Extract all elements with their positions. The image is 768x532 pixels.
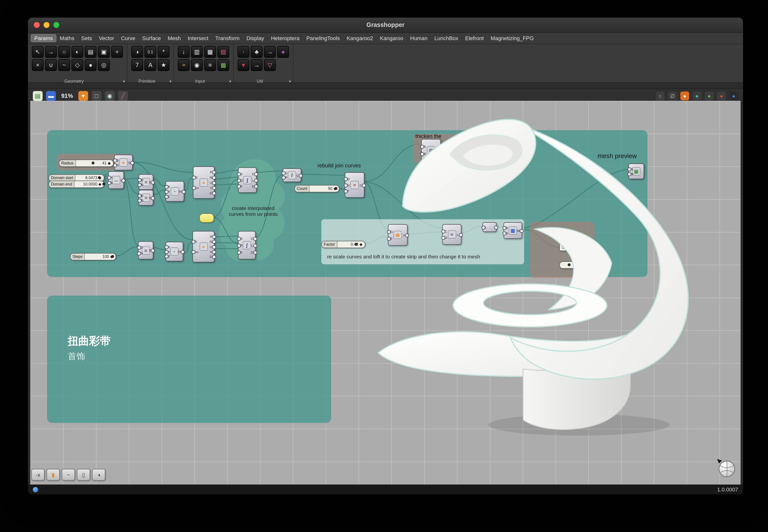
swatch-color[interactable] — [577, 244, 591, 251]
evaluate-surface-top[interactable]: ●SuvPNUVD — [193, 166, 215, 199]
boolean-toggle[interactable] — [200, 213, 214, 223]
count-slider[interactable]: Count90 ◆ — [294, 185, 339, 192]
preview-custom-blue-button[interactable]: ● — [729, 92, 738, 100]
sketch-tool-button[interactable]: ╱ — [118, 91, 128, 101]
list-icon[interactable]: ≡ — [204, 59, 216, 71]
menu-magnetizing_fpg[interactable]: Magnetizing_FPG — [487, 34, 537, 42]
radius-slider[interactable]: Radius41 ◆ — [59, 160, 114, 167]
rebuild-curve-component[interactable]: ≈DNTC — [345, 172, 364, 198]
menu-intersect[interactable]: Intersect — [184, 34, 212, 42]
curve-icon[interactable]: ~ — [58, 59, 70, 71]
select-icon[interactable]: ↖ — [32, 46, 44, 58]
menu-curve[interactable]: Curve — [117, 34, 139, 42]
scale-slider[interactable]: 0.596 ◆ — [559, 261, 591, 269]
calendar-icon[interactable]: ▦ — [204, 46, 216, 58]
export-icon[interactable]: → — [251, 59, 263, 71]
flask-icon[interactable]: ▽ — [264, 59, 276, 71]
range-component-1[interactable]: ≡DNS — [138, 174, 153, 190]
colour-swatch[interactable]: Swatch — [559, 244, 593, 251]
divide-component-bottom[interactable]: ≡DNS — [138, 241, 153, 259]
preview-shaded-button[interactable]: ● — [680, 92, 689, 100]
menu-params[interactable]: Params — [31, 34, 56, 42]
construct-point-bottom[interactable]: ·XYZPt — [165, 242, 183, 261]
steps-slider[interactable]: Steps100 ◆ — [70, 253, 116, 260]
close-button[interactable] — [34, 22, 40, 28]
dial-widget-button[interactable]: ◑ — [92, 469, 105, 481]
preview-custom-red-button[interactable]: ● — [717, 92, 726, 100]
group-menu-arrow-icon[interactable]: ▾ — [169, 79, 171, 84]
knob-icon[interactable]: ◉ — [191, 59, 203, 71]
graph-widget-button[interactable]: ~ — [62, 469, 75, 481]
dot-icon[interactable]: ∙ — [238, 46, 249, 58]
slider-widget-button[interactable]: -x — [31, 469, 45, 481]
shaded-disc-icon[interactable]: ◐ — [71, 46, 83, 58]
tree-icon[interactable]: ♣ — [251, 46, 263, 58]
menu-heteroptera[interactable]: Heteroptera — [268, 34, 303, 42]
mesh-component[interactable]: ▦BSM — [503, 222, 522, 239]
group-menu-arrow-icon[interactable]: ▾ — [289, 79, 291, 84]
factor-slider[interactable]: Factor0.48 ◆ — [321, 241, 365, 248]
construct-domain-component[interactable]: ↔ABI — [108, 171, 124, 189]
vector-icon[interactable]: → — [45, 46, 57, 58]
graph-mapper-icon[interactable]: ≈ — [178, 59, 189, 71]
group-menu-arrow-icon[interactable]: ▾ — [123, 79, 125, 84]
sphere-icon[interactable]: ● — [85, 59, 96, 71]
shell-icon[interactable]: ◎ — [98, 59, 110, 71]
button-widget-button[interactable]: ▮ — [46, 469, 60, 481]
star-icon[interactable]: ★ — [158, 59, 169, 71]
swatch-icon[interactable]: ▩ — [218, 59, 229, 71]
zoom-level[interactable]: 91% — [59, 93, 75, 99]
menu-human[interactable]: Human — [407, 34, 431, 42]
panel-widget-button[interactable]: ▯ — [77, 469, 90, 481]
hatch-icon[interactable]: ▤ — [85, 46, 96, 58]
relay-icon[interactable]: → — [264, 46, 276, 58]
preview-toggle-button[interactable]: ◉ — [105, 91, 115, 101]
menu-kangaroo2[interactable]: Kangaroo2 — [343, 34, 377, 42]
preview-custom-green-button[interactable]: ● — [705, 92, 714, 100]
preview-custom-teal-button[interactable]: ● — [693, 92, 701, 100]
remove-icon[interactable]: × — [32, 59, 44, 71]
slider-knob[interactable] — [567, 263, 570, 266]
menu-mesh[interactable]: Mesh — [164, 34, 184, 42]
burst-icon[interactable]: * — [158, 46, 169, 58]
minimize-button[interactable] — [44, 22, 49, 28]
menu-elefront[interactable]: Elefront — [462, 34, 487, 42]
interpolate-bottom[interactable]: ∫VPKCLD — [238, 231, 256, 259]
surface-param[interactable]: L — [482, 222, 497, 232]
menu-sets[interactable]: Sets — [78, 34, 95, 42]
thicken-component[interactable]: ◎SR — [421, 139, 441, 162]
group-menu-arrow-icon[interactable]: ▾ — [229, 79, 231, 84]
range-component-2[interactable]: ≡DNS — [138, 190, 153, 206]
group-icon[interactable]: + — [111, 46, 123, 58]
custom-preview-component[interactable]: ▣GM — [629, 163, 644, 179]
panel-icon[interactable]: ▥ — [191, 46, 203, 58]
diamond-icon[interactable]: ◇ — [71, 59, 83, 71]
profiler-icon[interactable] — [33, 487, 38, 492]
gradient-icon[interactable]: ▨ — [218, 46, 229, 58]
decimal-icon[interactable]: 0.1 — [144, 46, 156, 58]
circle-component[interactable]: ●BRS — [114, 155, 133, 170]
menu-transform[interactable]: Transform — [212, 34, 243, 42]
zoom-window-button[interactable] — [53, 22, 59, 28]
box-icon[interactable]: ▣ — [98, 46, 110, 58]
domain-end-slider[interactable]: Domain end10.0000 ◆ — [48, 181, 104, 188]
menu-display[interactable]: Display — [243, 34, 268, 42]
import-icon[interactable]: ↓ — [178, 46, 189, 58]
menu-vector[interactable]: Vector — [95, 34, 117, 42]
text-icon[interactable]: A — [144, 59, 156, 71]
gauge-icon[interactable]: ◑ — [131, 46, 143, 58]
navigation-trackball[interactable] — [715, 457, 737, 479]
menu-panelingtools[interactable]: PanelingTools — [303, 34, 343, 42]
slider-knob[interactable] — [92, 162, 94, 164]
zoom-menu-button[interactable]: ▾ — [78, 91, 88, 101]
preview-wireframe-button[interactable]: ○ — [656, 92, 665, 100]
cherry-picker-icon[interactable]: ♥ — [238, 59, 249, 71]
loft-component[interactable]: ≈COL — [442, 224, 461, 245]
canvas[interactable]: -x▮~▯◑ rebuild join curvesthicken themes… — [30, 101, 741, 485]
group-title-teal[interactable] — [47, 296, 331, 423]
menu-lunchbox[interactable]: LunchBox — [431, 34, 462, 42]
construct-point-top[interactable]: ·XYZPt — [165, 181, 184, 202]
evaluate-surface-bottom[interactable]: ●SuvPNUVD — [193, 231, 215, 262]
interpolate-top[interactable]: ∫VDKCLD — [238, 167, 257, 193]
menu-maths[interactable]: Maths — [56, 34, 78, 42]
